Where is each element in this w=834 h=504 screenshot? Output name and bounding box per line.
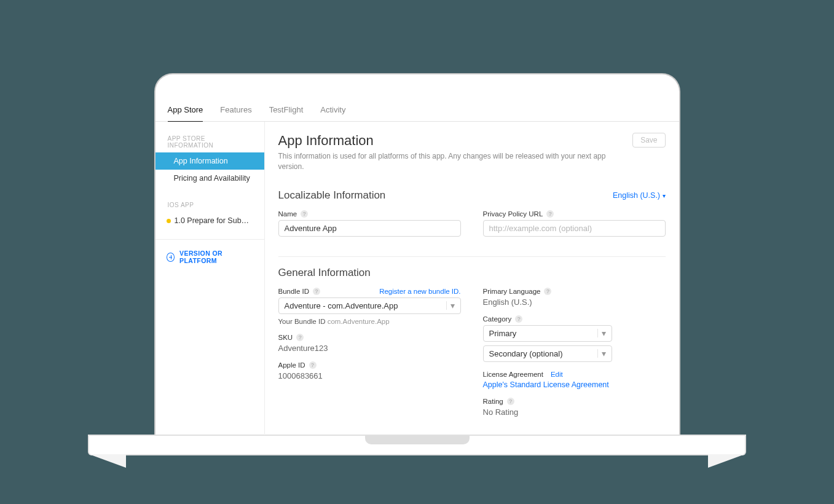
sidebar: APP STORE INFORMATION App Information Pr…: [155, 122, 265, 434]
plus-circle-icon: [167, 253, 175, 262]
save-button[interactable]: Save: [632, 133, 665, 148]
laptop-screen: App Store Features TestFlight Activity A…: [154, 73, 680, 435]
name-input[interactable]: [278, 220, 461, 237]
privacy-url-input[interactable]: [483, 220, 666, 237]
tab-activity[interactable]: Activity: [320, 98, 345, 121]
sidebar-item-version-1-0[interactable]: 1.0 Prepare for Submiss…: [155, 212, 264, 229]
rating-value: No Rating: [483, 408, 666, 417]
tab-features[interactable]: Features: [220, 98, 251, 121]
sidebar-section-app-store-info: APP STORE INFORMATION: [155, 130, 264, 152]
sku-label: SKU: [278, 334, 293, 341]
category-label: Category: [483, 315, 512, 323]
license-edit-link[interactable]: Edit: [551, 371, 563, 378]
primary-language-label: Primary Language: [483, 288, 541, 295]
top-tabs: App Store Features TestFlight Activity: [155, 98, 679, 122]
rating-label: Rating: [483, 398, 503, 405]
sku-value: Adventure123: [278, 344, 461, 353]
bundle-id-label: Bundle ID: [278, 288, 310, 295]
primary-language-value: English (U.S.): [483, 297, 666, 307]
section-general-information: General Information Bundle ID ?: [278, 256, 666, 425]
tab-app-store[interactable]: App Store: [168, 98, 203, 122]
sidebar-item-label: 1.0 Prepare for Submiss…: [175, 216, 264, 225]
version-button-label: VERSION OR PLATFORM: [179, 250, 253, 264]
help-icon[interactable]: ?: [296, 334, 304, 341]
category-primary-value: Primary: [489, 329, 517, 338]
app-window: App Store Features TestFlight Activity A…: [155, 98, 679, 435]
section-localizable-information: Localizable Information English (U.S.) ▾: [278, 189, 666, 245]
help-icon[interactable]: ?: [507, 398, 514, 405]
register-bundle-id-link[interactable]: Register a new bundle ID.: [379, 288, 460, 295]
help-icon[interactable]: ?: [515, 315, 522, 323]
category-secondary-select[interactable]: Secondary (optional) ▾: [483, 345, 612, 362]
add-version-or-platform-button[interactable]: VERSION OR PLATFORM: [167, 250, 253, 264]
status-dot-icon: [167, 219, 171, 223]
chevron-down-icon: ▾: [663, 192, 666, 199]
apple-id-value: 1000683661: [278, 371, 461, 380]
page-title: App Information: [278, 133, 623, 149]
laptop-mockup: App Store Features TestFlight Activity A…: [88, 73, 746, 455]
sidebar-item-app-information[interactable]: App Information: [155, 152, 264, 170]
section-heading-localizable: Localizable Information: [278, 189, 386, 202]
section-heading-general: General Information: [278, 267, 371, 279]
chevron-down-icon: ▾: [597, 329, 606, 337]
laptop-base: [88, 435, 746, 455]
help-icon[interactable]: ?: [546, 210, 554, 218]
bundle-id-select-value: Adventure - com.Adventure.App: [285, 301, 398, 310]
tab-testflight[interactable]: TestFlight: [269, 98, 304, 121]
help-icon[interactable]: ?: [309, 361, 317, 369]
your-bundle-id-label: Your Bundle ID: [278, 318, 326, 325]
license-agreement-label: License Agreement: [483, 371, 543, 378]
chevron-down-icon: ▾: [446, 301, 455, 310]
trackpad-notch: [365, 436, 470, 444]
category-secondary-value: Secondary (optional): [489, 349, 563, 358]
sidebar-item-pricing-availability[interactable]: Pricing and Availability: [155, 170, 264, 187]
license-agreement-link[interactable]: Apple's Standard License Agreement: [483, 380, 666, 389]
language-picker[interactable]: English (U.S.) ▾: [613, 191, 666, 200]
bundle-id-select[interactable]: Adventure - com.Adventure.App ▾: [278, 297, 461, 314]
language-picker-label: English (U.S.): [613, 191, 660, 200]
sidebar-section-ios-app: IOS APP: [155, 197, 264, 212]
your-bundle-id-value: com.Adventure.App: [328, 318, 390, 325]
chevron-down-icon: ▾: [597, 349, 606, 358]
category-primary-select[interactable]: Primary ▾: [483, 325, 612, 342]
privacy-url-label: Privacy Policy URL: [483, 210, 543, 218]
help-icon[interactable]: ?: [544, 288, 551, 295]
main-content: App Information This information is used…: [265, 122, 679, 434]
help-icon[interactable]: ?: [313, 288, 320, 295]
apple-id-label: Apple ID: [278, 361, 305, 369]
page-description: This information is used for all platfor…: [278, 151, 623, 172]
name-field-label: Name: [278, 210, 297, 218]
help-icon[interactable]: ?: [301, 210, 308, 218]
